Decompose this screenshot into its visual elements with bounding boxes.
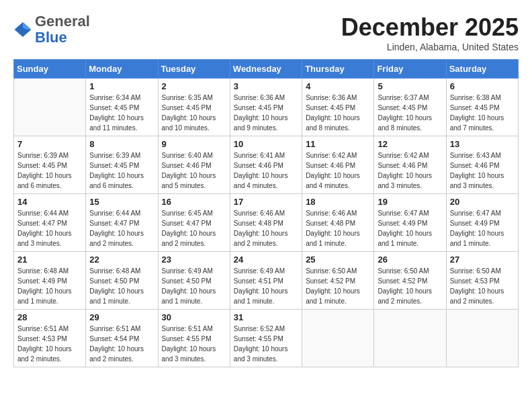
day-info: Sunrise: 6:36 AM Sunset: 4:45 PM Dayligh… — [306, 93, 370, 133]
calendar-cell: 12Sunrise: 6:42 AM Sunset: 4:46 PM Dayli… — [374, 136, 446, 194]
calendar-title: December 2025 — [341, 13, 519, 42]
calendar-cell: 29Sunrise: 6:51 AM Sunset: 4:54 PM Dayli… — [86, 310, 158, 367]
calendar-cell: 3Sunrise: 6:36 AM Sunset: 4:45 PM Daylig… — [230, 79, 302, 136]
day-number: 23 — [162, 255, 226, 265]
day-info: Sunrise: 6:50 AM Sunset: 4:52 PM Dayligh… — [378, 266, 442, 306]
day-info: Sunrise: 6:41 AM Sunset: 4:46 PM Dayligh… — [234, 150, 298, 191]
weekday-header-wednesday: Wednesday — [230, 60, 302, 79]
calendar-cell: 21Sunrise: 6:48 AM Sunset: 4:49 PM Dayli… — [14, 252, 86, 310]
day-info: Sunrise: 6:43 AM Sunset: 4:46 PM Dayligh… — [450, 150, 515, 191]
day-number: 13 — [450, 139, 515, 149]
day-info: Sunrise: 6:36 AM Sunset: 4:45 PM Dayligh… — [234, 93, 298, 133]
day-info: Sunrise: 6:49 AM Sunset: 4:50 PM Dayligh… — [162, 266, 226, 306]
day-info: Sunrise: 6:46 AM Sunset: 4:48 PM Dayligh… — [234, 208, 298, 248]
day-number: 4 — [306, 81, 370, 91]
day-info: Sunrise: 6:47 AM Sunset: 4:49 PM Dayligh… — [450, 208, 515, 248]
weekday-header-friday: Friday — [374, 60, 446, 79]
day-info: Sunrise: 6:39 AM Sunset: 4:45 PM Dayligh… — [17, 150, 82, 191]
day-number: 30 — [162, 312, 226, 322]
calendar-cell: 26Sunrise: 6:50 AM Sunset: 4:52 PM Dayli… — [374, 252, 446, 310]
day-number: 10 — [234, 139, 298, 149]
day-info: Sunrise: 6:51 AM Sunset: 4:53 PM Dayligh… — [17, 324, 82, 364]
weekday-header-tuesday: Tuesday — [158, 60, 230, 79]
day-number: 21 — [17, 255, 82, 265]
weekday-header-monday: Monday — [86, 60, 158, 79]
day-info: Sunrise: 6:51 AM Sunset: 4:55 PM Dayligh… — [162, 324, 226, 364]
day-number: 24 — [234, 255, 298, 265]
calendar-cell: 1Sunrise: 6:34 AM Sunset: 4:45 PM Daylig… — [86, 79, 158, 136]
day-number: 26 — [378, 255, 442, 265]
week-row-4: 21Sunrise: 6:48 AM Sunset: 4:49 PM Dayli… — [14, 252, 519, 310]
day-number: 2 — [162, 81, 226, 91]
calendar-cell — [302, 310, 374, 367]
day-info: Sunrise: 6:47 AM Sunset: 4:49 PM Dayligh… — [378, 208, 442, 248]
day-info: Sunrise: 6:35 AM Sunset: 4:45 PM Dayligh… — [162, 93, 226, 133]
day-number: 31 — [234, 312, 298, 322]
day-info: Sunrise: 6:46 AM Sunset: 4:48 PM Dayligh… — [306, 208, 370, 248]
weekday-header-row: SundayMondayTuesdayWednesdayThursdayFrid… — [14, 60, 519, 79]
calendar-cell: 18Sunrise: 6:46 AM Sunset: 4:48 PM Dayli… — [302, 194, 374, 252]
week-row-3: 14Sunrise: 6:44 AM Sunset: 4:47 PM Dayli… — [14, 194, 519, 252]
calendar-cell — [446, 310, 518, 367]
day-number: 22 — [89, 255, 154, 265]
calendar-cell: 30Sunrise: 6:51 AM Sunset: 4:55 PM Dayli… — [158, 310, 230, 367]
logo-icon — [13, 20, 32, 39]
day-info: Sunrise: 6:39 AM Sunset: 4:45 PM Dayligh… — [89, 150, 154, 191]
day-info: Sunrise: 6:38 AM Sunset: 4:45 PM Dayligh… — [450, 93, 515, 133]
calendar-cell: 13Sunrise: 6:43 AM Sunset: 4:46 PM Dayli… — [446, 136, 518, 194]
calendar-cell: 20Sunrise: 6:47 AM Sunset: 4:49 PM Dayli… — [446, 194, 518, 252]
day-info: Sunrise: 6:42 AM Sunset: 4:46 PM Dayligh… — [306, 150, 370, 191]
weekday-header-saturday: Saturday — [446, 60, 518, 79]
calendar-cell: 9Sunrise: 6:40 AM Sunset: 4:46 PM Daylig… — [158, 136, 230, 194]
day-info: Sunrise: 6:44 AM Sunset: 4:47 PM Dayligh… — [89, 208, 154, 248]
day-info: Sunrise: 6:34 AM Sunset: 4:45 PM Dayligh… — [89, 93, 154, 133]
calendar-cell — [14, 79, 86, 136]
day-info: Sunrise: 6:44 AM Sunset: 4:47 PM Dayligh… — [17, 208, 82, 248]
calendar-cell: 15Sunrise: 6:44 AM Sunset: 4:47 PM Dayli… — [86, 194, 158, 252]
weekday-header-sunday: Sunday — [14, 60, 86, 79]
calendar-cell: 27Sunrise: 6:50 AM Sunset: 4:53 PM Dayli… — [446, 252, 518, 310]
day-number: 9 — [162, 139, 226, 149]
day-number: 27 — [450, 255, 515, 265]
day-info: Sunrise: 6:48 AM Sunset: 4:49 PM Dayligh… — [17, 266, 82, 306]
day-number: 8 — [89, 139, 154, 149]
calendar-cell: 19Sunrise: 6:47 AM Sunset: 4:49 PM Dayli… — [374, 194, 446, 252]
logo-text: General Blue — [35, 13, 90, 46]
calendar-cell: 17Sunrise: 6:46 AM Sunset: 4:48 PM Dayli… — [230, 194, 302, 252]
day-number: 6 — [450, 81, 515, 91]
day-number: 17 — [234, 197, 298, 207]
calendar-cell: 28Sunrise: 6:51 AM Sunset: 4:53 PM Dayli… — [14, 310, 86, 367]
calendar-cell: 8Sunrise: 6:39 AM Sunset: 4:45 PM Daylig… — [86, 136, 158, 194]
day-number: 1 — [89, 81, 154, 91]
day-number: 29 — [89, 312, 154, 322]
day-number: 16 — [162, 197, 226, 207]
page-header: General Blue December 2025 Linden, Alaba… — [13, 13, 519, 52]
day-number: 7 — [17, 139, 82, 149]
day-info: Sunrise: 6:42 AM Sunset: 4:46 PM Dayligh… — [378, 150, 442, 191]
calendar-cell: 6Sunrise: 6:38 AM Sunset: 4:45 PM Daylig… — [446, 79, 518, 136]
day-number: 15 — [89, 197, 154, 207]
day-info: Sunrise: 6:49 AM Sunset: 4:51 PM Dayligh… — [234, 266, 298, 306]
day-info: Sunrise: 6:52 AM Sunset: 4:55 PM Dayligh… — [234, 324, 298, 364]
day-number: 20 — [450, 197, 515, 207]
calendar-cell: 31Sunrise: 6:52 AM Sunset: 4:55 PM Dayli… — [230, 310, 302, 367]
calendar-cell: 7Sunrise: 6:39 AM Sunset: 4:45 PM Daylig… — [14, 136, 86, 194]
calendar-cell: 2Sunrise: 6:35 AM Sunset: 4:45 PM Daylig… — [158, 79, 230, 136]
day-number: 19 — [378, 197, 442, 207]
day-number: 25 — [306, 255, 370, 265]
calendar-cell: 4Sunrise: 6:36 AM Sunset: 4:45 PM Daylig… — [302, 79, 374, 136]
weekday-header-thursday: Thursday — [302, 60, 374, 79]
title-area: December 2025 Linden, Alabama, United St… — [341, 13, 519, 52]
day-number: 11 — [306, 139, 370, 149]
calendar-cell: 11Sunrise: 6:42 AM Sunset: 4:46 PM Dayli… — [302, 136, 374, 194]
day-info: Sunrise: 6:50 AM Sunset: 4:52 PM Dayligh… — [306, 266, 370, 306]
day-number: 3 — [234, 81, 298, 91]
day-info: Sunrise: 6:45 AM Sunset: 4:47 PM Dayligh… — [162, 208, 226, 248]
calendar-cell: 10Sunrise: 6:41 AM Sunset: 4:46 PM Dayli… — [230, 136, 302, 194]
day-info: Sunrise: 6:37 AM Sunset: 4:45 PM Dayligh… — [378, 93, 442, 133]
week-row-5: 28Sunrise: 6:51 AM Sunset: 4:53 PM Dayli… — [14, 310, 519, 367]
calendar-cell: 23Sunrise: 6:49 AM Sunset: 4:50 PM Dayli… — [158, 252, 230, 310]
day-number: 28 — [17, 312, 82, 322]
calendar-cell: 25Sunrise: 6:50 AM Sunset: 4:52 PM Dayli… — [302, 252, 374, 310]
week-row-1: 1Sunrise: 6:34 AM Sunset: 4:45 PM Daylig… — [14, 79, 519, 136]
